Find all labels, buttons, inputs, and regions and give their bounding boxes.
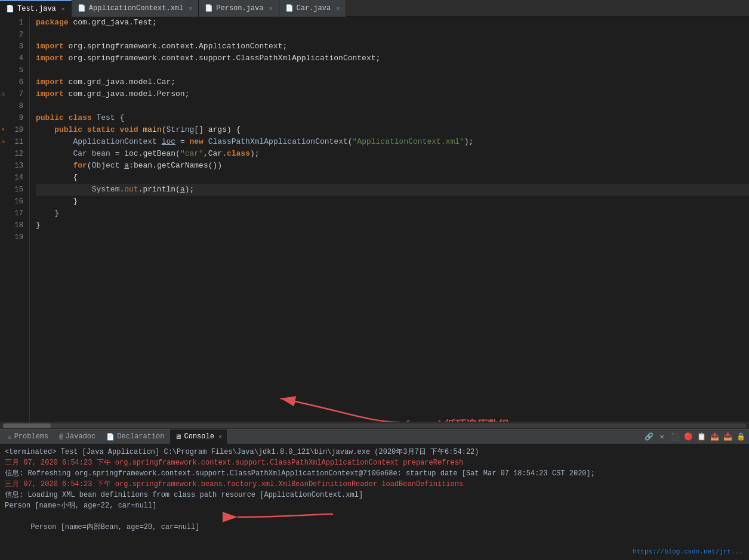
code-line-13: for(Object a:bean.getCarNames()) bbox=[36, 160, 749, 172]
panel-tab-console[interactable]: 🖥 Console ✕ bbox=[170, 429, 226, 444]
action-stop[interactable]: ⬛ bbox=[670, 431, 680, 442]
code-line-6: import com.grd_java.model.Car; bbox=[36, 76, 749, 88]
code-line-14: { bbox=[36, 172, 749, 184]
code-line-8 bbox=[36, 100, 749, 112]
console-arrow-svg bbox=[226, 508, 345, 529]
code-line-10: public static void main(String[] args) { bbox=[36, 124, 749, 136]
action-lock[interactable]: 🔒 bbox=[735, 431, 746, 442]
horizontal-scrollbar[interactable] bbox=[0, 422, 749, 429]
code-line-16: } bbox=[36, 196, 749, 208]
console-id: ✕ bbox=[218, 433, 222, 440]
tab-label: Person.java bbox=[216, 4, 263, 13]
code-line-7: import com.grd_java.model.Person; bbox=[36, 88, 749, 100]
code-content[interactable]: package com.grd_java.Test; import org.sp… bbox=[30, 17, 749, 422]
console-output[interactable]: <terminated> Test [Java Application] C:\… bbox=[0, 444, 749, 560]
code-line-2 bbox=[36, 29, 749, 41]
fold-indicator-10[interactable]: ▾ bbox=[0, 124, 6, 136]
tab-label: Test.java bbox=[17, 5, 56, 13]
console-label: Console bbox=[184, 432, 214, 441]
svg-text:foreach循环遍历数组: foreach循环遍历数组 bbox=[406, 418, 510, 422]
declaration-label: Declaration bbox=[117, 432, 164, 441]
panel-tab-javadoc[interactable]: @ Javadoc bbox=[54, 429, 100, 444]
bottom-panel: ⚠ Problems @ Javadoc 📄 Declaration 🖥 Con… bbox=[0, 429, 749, 560]
javadoc-icon: @ bbox=[59, 433, 63, 440]
action-import[interactable]: 📥 bbox=[722, 431, 733, 442]
arrow-svg: foreach循环遍历数组 bbox=[221, 375, 448, 422]
code-line-15: System.out.println(a); bbox=[36, 184, 749, 196]
tab-bar: 📄 Test.java ✕ 📄 ApplicationContext.xml ✕… bbox=[0, 0, 749, 17]
code-line-5 bbox=[36, 64, 749, 76]
tab-file-icon: 📄 bbox=[285, 4, 294, 12]
tab-person-java[interactable]: 📄 Person.java ✕ bbox=[199, 0, 279, 17]
code-line-1: package com.grd_java.Test; bbox=[36, 17, 749, 29]
console-line-2: 信息: Refreshing org.springframework.conte… bbox=[5, 468, 744, 479]
left-gutter: ⚠ ▾ ⚠ bbox=[0, 17, 6, 422]
problems-icon: ⚠ bbox=[8, 433, 12, 441]
scrollbar-track[interactable] bbox=[3, 423, 746, 428]
console-line-1: 三月 07, 2020 6:54:23 下午 org.springframewo… bbox=[5, 457, 744, 468]
javadoc-label: Javadoc bbox=[66, 432, 95, 441]
action-terminate[interactable]: 🔴 bbox=[683, 431, 693, 442]
scrollbar-thumb[interactable] bbox=[3, 423, 51, 428]
warning-indicator-11: ⚠ bbox=[0, 136, 6, 148]
tab-app-context[interactable]: 📄 ApplicationContext.xml ✕ bbox=[72, 0, 199, 17]
problems-label: Problems bbox=[14, 432, 49, 441]
declaration-icon: 📄 bbox=[106, 433, 115, 441]
code-line-17: } bbox=[36, 208, 749, 219]
action-copy[interactable]: 📋 bbox=[696, 431, 707, 442]
action-link[interactable]: 🔗 bbox=[643, 431, 654, 442]
panel-tab-declaration[interactable]: 📄 Declaration bbox=[101, 429, 169, 444]
console-line-5: Person [name=小明, age=22, car=null] bbox=[5, 500, 744, 511]
tab-label: Car.java bbox=[297, 4, 331, 13]
console-line-3: 三月 07, 2020 6:54:23 下午 org.springframewo… bbox=[5, 479, 744, 490]
tab-close-btn[interactable]: ✕ bbox=[189, 5, 192, 12]
tab-file-icon: 📄 bbox=[78, 4, 86, 12]
action-close[interactable]: ✕ bbox=[656, 431, 667, 442]
console-icon: 🖥 bbox=[175, 433, 181, 441]
tab-file-icon: 📄 bbox=[6, 5, 14, 13]
tab-close-btn[interactable]: ✕ bbox=[269, 5, 273, 12]
panel-tab-problems[interactable]: ⚠ Problems bbox=[3, 429, 53, 444]
tab-test-java[interactable]: 📄 Test.java ✕ bbox=[0, 0, 72, 17]
code-line-9: public class Test { bbox=[36, 112, 749, 124]
code-line-19 bbox=[36, 231, 749, 243]
code-line-18: } bbox=[36, 219, 749, 231]
code-line-12: Car bean = ioc.getBean("car",Car.class); bbox=[36, 148, 749, 160]
panel-actions: 🔗 ✕ ⬛ 🔴 📋 📤 📥 🔒 bbox=[643, 431, 746, 442]
panel-tab-bar: ⚠ Problems @ Javadoc 📄 Declaration 🖥 Con… bbox=[0, 429, 749, 444]
tab-close-btn[interactable]: ✕ bbox=[336, 5, 340, 12]
console-line-4: 信息: Loading XML bean definitions from cl… bbox=[5, 490, 744, 500]
console-terminated-line: <terminated> Test [Java Application] C:\… bbox=[5, 447, 744, 457]
tab-close-btn[interactable]: ✕ bbox=[61, 5, 65, 13]
tab-car-java[interactable]: 📄 Car.java ✕ bbox=[279, 0, 347, 17]
action-export[interactable]: 📤 bbox=[709, 431, 720, 442]
bottom-link[interactable]: https://blog.csdn.net/jrt... bbox=[633, 546, 743, 557]
tab-label: ApplicationContext.xml bbox=[89, 4, 183, 13]
code-line-4: import org.springframework.context.suppo… bbox=[36, 52, 749, 64]
line-numbers: 1 2 3 4 5 6 7 8 9 10 11 12 13 14 15 16 1… bbox=[6, 17, 30, 422]
tab-file-icon: 📄 bbox=[205, 4, 213, 12]
editor-area[interactable]: ⚠ ▾ ⚠ 1 2 3 4 5 6 7 8 9 10 11 bbox=[0, 17, 749, 422]
code-line-3: import org.springframework.context.Appli… bbox=[36, 41, 749, 52]
warning-indicator-7: ⚠ bbox=[0, 88, 6, 100]
code-line-11: ApplicationContext ioc = new ClassPathXm… bbox=[36, 136, 749, 148]
